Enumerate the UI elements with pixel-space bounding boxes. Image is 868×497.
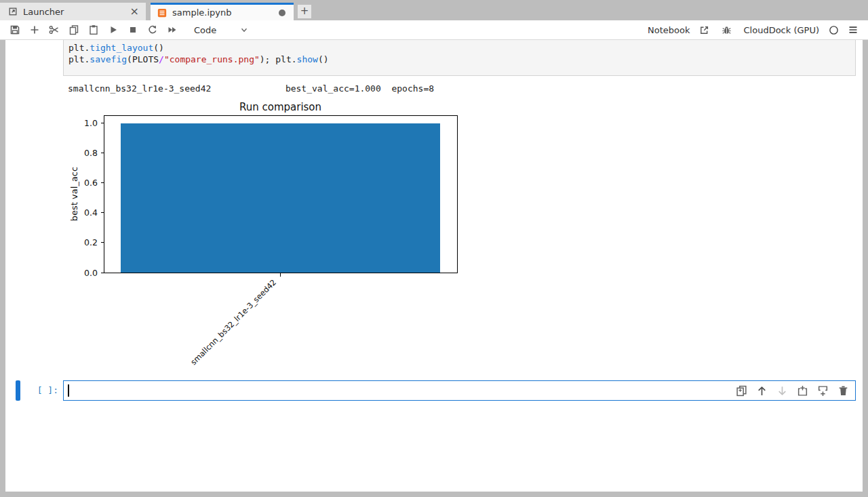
code-token: () <box>318 54 329 64</box>
interrupt-button[interactable] <box>127 24 138 35</box>
y-tick-label: 0.2 <box>84 237 98 247</box>
tab-notebook-label: sample.ipynb <box>172 7 231 18</box>
duplicate-cell-icon <box>736 385 747 397</box>
bar-series <box>121 123 440 273</box>
tab-notebook[interactable]: sample.ipynb <box>151 3 294 20</box>
arrow-down-icon <box>776 385 788 397</box>
move-cell-down-button[interactable] <box>776 385 788 397</box>
restart-icon <box>147 24 158 35</box>
cut-button[interactable] <box>49 24 60 35</box>
launcher-icon <box>8 7 18 16</box>
cell-2-editor[interactable] <box>63 380 856 401</box>
fast-forward-icon <box>167 24 178 35</box>
close-icon[interactable]: × <box>130 6 139 17</box>
external-link-icon <box>699 25 709 35</box>
stop-icon <box>127 24 138 35</box>
restart-run-all-button[interactable] <box>167 24 178 35</box>
bug-icon <box>722 25 732 35</box>
chevron-down-icon <box>239 25 249 35</box>
arrow-up-icon <box>756 385 768 397</box>
code-token: savefig <box>90 54 127 64</box>
copy-icon <box>68 24 79 35</box>
run-icon <box>108 24 119 35</box>
duplicate-cell-button[interactable] <box>736 385 747 397</box>
toolbar-menu-button[interactable] <box>848 24 859 35</box>
y-tick-label: 0.8 <box>84 148 98 158</box>
y-tick-label: 1.0 <box>84 118 98 128</box>
code-token: show <box>297 54 318 64</box>
code-token: plt. <box>68 54 90 64</box>
cell-1-editor[interactable]: plt.tight_layout()plt.savefig(PLOTS/"com… <box>63 40 856 76</box>
notebook-toolbar: Code Notebook CloudDock (GPU) <box>0 20 868 40</box>
code-token: plt. <box>68 43 90 53</box>
cell-type-dropdown[interactable]: Code <box>194 25 249 35</box>
insert-cell-above-button[interactable] <box>797 385 808 397</box>
y-tick-label: 0.4 <box>84 207 98 218</box>
output-figure: Run comparison0.00.20.40.60.81.0best val… <box>67 99 467 367</box>
save-icon <box>9 24 20 35</box>
insert-cell-below-button[interactable] <box>817 385 829 397</box>
cell-type-value: Code <box>194 25 216 35</box>
trash-icon <box>837 385 849 397</box>
insert-cell-button[interactable] <box>29 24 40 35</box>
scissors-icon <box>49 24 60 35</box>
y-tick-label: 0.0 <box>84 268 98 278</box>
open-in-new-button[interactable] <box>699 24 710 35</box>
code-token: (PLOTS <box>127 54 159 64</box>
code-line: plt.savefig(PLOTS/"compare_runs.png"); p… <box>68 54 855 65</box>
run-button[interactable] <box>108 24 119 35</box>
code-token: () <box>153 43 164 53</box>
insert-above-icon <box>797 385 808 397</box>
copy-button[interactable] <box>68 24 79 35</box>
new-tab-button[interactable]: + <box>298 5 311 18</box>
chart-title: Run comparison <box>239 101 321 113</box>
kernel-status-icon <box>828 24 839 35</box>
tab-launcher[interactable]: Launcher × <box>0 3 146 20</box>
paste-button[interactable] <box>88 24 99 35</box>
y-tick-label: 0.6 <box>84 178 98 188</box>
cell-1-output-text: smallcnn_bs32_lr1e-3_seed42 best_val_acc… <box>68 83 434 94</box>
text-cursor <box>68 384 69 397</box>
code-token: "compare_runs.png" <box>164 54 260 64</box>
x-tick-label: smallcnn_bs32_lr1e-3_seed42 <box>189 277 278 367</box>
paste-icon <box>88 24 99 35</box>
delete-cell-button[interactable] <box>837 385 849 397</box>
tab-launcher-label: Launcher <box>23 7 64 17</box>
kernel-idle-circle-icon <box>829 25 839 35</box>
code-token: / <box>159 54 164 64</box>
notebook-mode-label: Notebook <box>648 25 690 35</box>
y-axis-label: best val_acc <box>69 167 79 221</box>
toolbar-right-group: Notebook CloudDock (GPU) <box>648 24 859 35</box>
move-cell-up-button[interactable] <box>756 385 768 397</box>
run-comparison-chart: Run comparison0.00.20.40.60.81.0best val… <box>67 99 467 367</box>
notebook-scroll-area[interactable]: plt.tight_layout()plt.savefig(PLOTS/"com… <box>5 40 863 492</box>
insert-below-icon <box>817 385 829 397</box>
code-token: ); plt. <box>260 54 297 64</box>
cell-toolbar <box>736 385 849 397</box>
unsaved-changes-dot[interactable] <box>279 9 285 16</box>
debugger-button[interactable] <box>722 24 732 35</box>
notebook-icon <box>157 8 167 18</box>
save-button[interactable] <box>9 24 20 35</box>
dock-tab-bar: Launcher × sample.ipynb + <box>0 0 868 20</box>
toolbar-left-group <box>9 24 178 35</box>
restart-kernel-button[interactable] <box>147 24 158 35</box>
code-line: plt.tight_layout() <box>68 42 855 54</box>
hamburger-menu-icon <box>848 24 859 35</box>
cell-2-prompt: [ ]: <box>5 385 58 395</box>
kernel-name-button[interactable]: CloudDock (GPU) <box>744 25 819 35</box>
plus-icon <box>29 24 40 35</box>
code-token: tight_layout <box>90 43 153 53</box>
